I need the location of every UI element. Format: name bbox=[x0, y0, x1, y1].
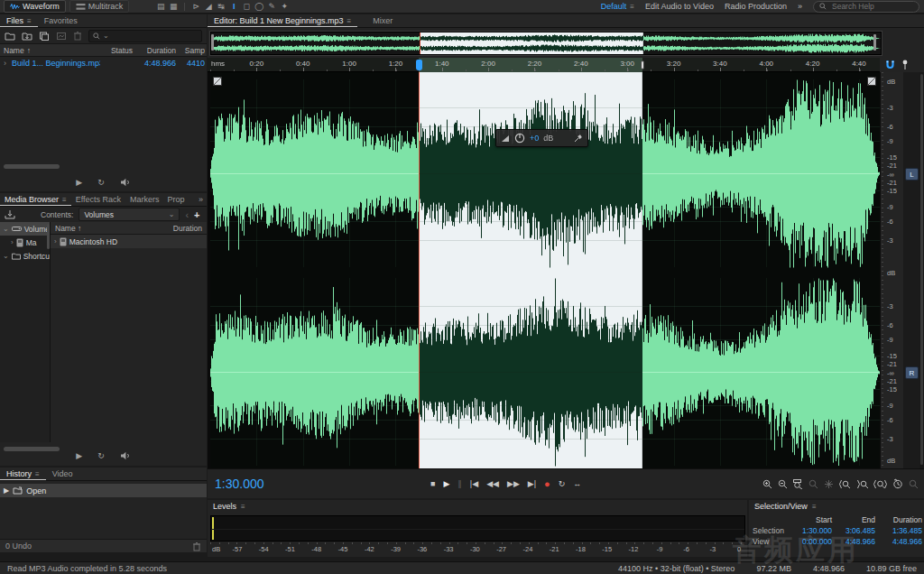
tab-mixer[interactable]: Mixer bbox=[366, 14, 399, 27]
paintbrush-tool-icon[interactable]: ✎ bbox=[265, 0, 278, 13]
selection-duration-value[interactable]: 1:36.485 bbox=[875, 526, 922, 535]
workspace-overflow-chevrons[interactable]: » bbox=[798, 2, 802, 11]
panel-menu-icon[interactable]: ≡ bbox=[347, 17, 352, 25]
selection-view-header[interactable]: Selection/View ≡ bbox=[749, 500, 924, 513]
selection-end-value[interactable]: 3:06.485 bbox=[832, 526, 875, 535]
files-column-header[interactable]: Name↑ Status Duration Samp bbox=[0, 43, 207, 57]
auto-play-speaker-icon[interactable] bbox=[120, 178, 131, 187]
time-display[interactable]: 1:30.000 bbox=[215, 477, 264, 491]
skip-to-end-button[interactable]: ▶| bbox=[528, 479, 536, 488]
amplitude-ruler[interactable]: dBdBdB-3-3-6-6-9-9-15-15-21-21-∞-3-3-6-6… bbox=[880, 72, 903, 468]
play-button[interactable]: ▶ bbox=[443, 479, 449, 488]
zoom-in-left-edge-button[interactable] bbox=[839, 479, 851, 489]
panel-menu-icon[interactable]: ≡ bbox=[35, 470, 40, 478]
files-search-input[interactable] bbox=[112, 31, 179, 42]
import-file-icon[interactable] bbox=[22, 32, 32, 41]
workspace-default-button[interactable]: Default bbox=[601, 2, 627, 11]
auto-play-speaker-icon[interactable] bbox=[120, 451, 131, 460]
media-list-row-macintosh-hd[interactable]: › Macintosh HD bbox=[51, 235, 207, 248]
history-item-open[interactable]: ▶ Open bbox=[0, 484, 207, 497]
file-row[interactable]: › Build 1... Beginnings.mp3 4:48.966 441… bbox=[0, 57, 207, 69]
record-button[interactable]: ● bbox=[544, 478, 550, 489]
zoom-selection-horizontal-button[interactable] bbox=[873, 479, 887, 489]
zoom-full-button[interactable] bbox=[909, 479, 919, 489]
zoom-out-full-button[interactable] bbox=[808, 479, 818, 489]
levels-header[interactable]: Levels ≡ bbox=[208, 500, 747, 513]
zoom-out-button[interactable] bbox=[778, 479, 788, 489]
razor-tool-icon[interactable]: ◢ bbox=[202, 0, 215, 13]
tree-vertical-scrollbar[interactable] bbox=[47, 224, 50, 249]
stop-button[interactable]: ■ bbox=[430, 479, 435, 488]
snap-magnet-icon[interactable] bbox=[885, 60, 895, 69]
expand-chevron-icon[interactable]: › bbox=[4, 59, 6, 68]
waveform-editor-view-icon[interactable]: ▤ bbox=[154, 0, 167, 13]
selection-end-handle[interactable] bbox=[641, 60, 644, 69]
panel-menu-icon[interactable]: ≡ bbox=[62, 196, 67, 204]
tab-files[interactable]: Files ≡ bbox=[0, 14, 38, 27]
view-start-value[interactable]: 0:00.000 bbox=[790, 537, 832, 546]
trash-icon[interactable] bbox=[192, 542, 201, 551]
tab-effects-rack[interactable]: Effects Rack bbox=[71, 193, 125, 206]
marquee-selection-tool-icon[interactable]: ◻ bbox=[240, 0, 253, 13]
trash-icon[interactable] bbox=[73, 31, 82, 41]
tab-video[interactable]: Video bbox=[46, 468, 79, 480]
files-search-box[interactable]: ⌄ bbox=[88, 30, 202, 42]
tab-favorites[interactable]: Favorites bbox=[38, 14, 84, 27]
add-shortcut-button[interactable]: + bbox=[194, 209, 199, 220]
hud-pin-icon[interactable] bbox=[574, 134, 583, 143]
loop-playback-button[interactable]: ↻ bbox=[559, 479, 566, 488]
tab-media-browser[interactable]: Media Browser ≡ bbox=[0, 193, 71, 206]
view-duration-value[interactable]: 4:48.966 bbox=[875, 537, 922, 546]
overview-right-handle[interactable] bbox=[873, 34, 876, 51]
tab-history[interactable]: History ≡ bbox=[0, 468, 46, 480]
zoom-to-selection-button[interactable] bbox=[793, 479, 803, 489]
rewind-button[interactable]: ◀◀ bbox=[486, 479, 499, 488]
panel-menu-icon[interactable]: ≡ bbox=[241, 503, 245, 511]
hud-gain-value[interactable]: +0 bbox=[530, 134, 539, 143]
extract-audio-icon[interactable] bbox=[56, 32, 67, 41]
skip-selection-button[interactable]: ↔ bbox=[573, 479, 581, 488]
volume-hud[interactable]: +0 dB bbox=[495, 129, 588, 147]
multitrack-view-button[interactable]: Multitrack bbox=[69, 0, 130, 13]
open-file-icon[interactable] bbox=[5, 32, 15, 41]
tree-item-macintosh-hd[interactable]: › Ma bbox=[0, 236, 50, 249]
view-end-value[interactable]: 4:48.966 bbox=[832, 537, 875, 546]
waveform-view-button[interactable]: Waveform bbox=[4, 0, 66, 13]
panel-menu-icon[interactable]: ≡ bbox=[812, 503, 817, 511]
lasso-selection-tool-icon[interactable]: ◯ bbox=[253, 0, 265, 13]
help-search-input[interactable] bbox=[830, 1, 906, 12]
chevron-down-icon[interactable]: ⌄ bbox=[3, 225, 9, 233]
preview-loop-button[interactable]: ↻ bbox=[97, 451, 105, 460]
selection-start-value[interactable]: 1:30.000 bbox=[790, 526, 832, 535]
media-list-header[interactable]: Name ↑ Duration bbox=[51, 222, 207, 235]
workspace-radio-production[interactable]: Radio Production bbox=[725, 2, 787, 11]
time-ruler[interactable]: hms 0:200:401:001:201:402:002:202:403:00… bbox=[208, 58, 924, 72]
import-into-files-icon[interactable] bbox=[5, 209, 15, 219]
files-horizontal-scrollbar[interactable] bbox=[4, 164, 60, 169]
vertical-zoom-scrollbar[interactable] bbox=[919, 72, 924, 468]
chevron-down-icon[interactable]: ⌄ bbox=[3, 252, 9, 260]
playhead-marker[interactable] bbox=[416, 60, 422, 70]
spectral-display-view-icon[interactable]: ▦ bbox=[167, 0, 180, 13]
workspace-menu-icon[interactable]: ≡ bbox=[630, 3, 634, 11]
fade-in-handle[interactable] bbox=[213, 77, 222, 86]
fade-out-handle[interactable] bbox=[867, 77, 876, 86]
slip-tool-icon[interactable]: ↹ bbox=[215, 0, 227, 13]
preview-play-button[interactable]: ▶ bbox=[76, 178, 82, 187]
workspace-edit-audio-to-video[interactable]: Edit Audio to Video bbox=[645, 2, 714, 11]
panel-menu-icon[interactable]: ≡ bbox=[27, 17, 32, 25]
zoom-in-right-edge-button[interactable] bbox=[856, 479, 868, 489]
chevron-right-icon[interactable]: › bbox=[54, 237, 57, 245]
tab-markers[interactable]: Markers bbox=[125, 193, 164, 206]
skip-to-start-button[interactable]: |◀ bbox=[470, 479, 478, 488]
tabs-overflow-chevrons[interactable]: » bbox=[199, 195, 207, 204]
contents-dropdown[interactable]: Volumes ⌄ bbox=[79, 208, 180, 221]
overview-waveform[interactable] bbox=[210, 32, 882, 55]
back-arrow-button[interactable]: ‹ bbox=[185, 209, 189, 220]
spot-healing-tool-icon[interactable]: ✦ bbox=[278, 0, 291, 13]
overview-left-handle[interactable] bbox=[211, 34, 214, 51]
zoom-reset-button[interactable] bbox=[824, 479, 834, 489]
chevron-right-icon[interactable]: › bbox=[11, 238, 14, 246]
pause-button[interactable]: ∥ bbox=[457, 479, 462, 488]
gain-knob-icon[interactable] bbox=[514, 133, 525, 144]
